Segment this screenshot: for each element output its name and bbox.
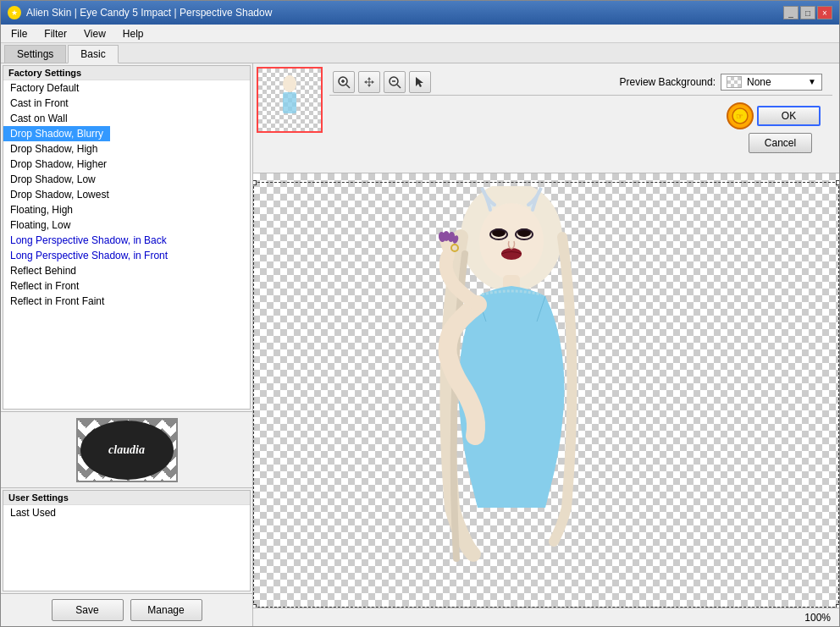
toolbar: Preview Background: None ▼ <box>329 69 832 96</box>
handle-tl <box>253 180 257 185</box>
save-button[interactable]: Save <box>52 599 124 621</box>
menu-view[interactable]: View <box>77 26 113 41</box>
svg-text:☞: ☞ <box>736 112 743 121</box>
preset-item-2[interactable]: Drop Shadow, Blurry <box>3 126 110 141</box>
menu-filter[interactable]: Filter <box>37 26 74 41</box>
preset-item-0[interactable]: Cast in Front <box>3 96 250 111</box>
minimize-button[interactable]: _ <box>783 6 799 19</box>
preset-item-11[interactable]: Reflect Behind <box>3 263 250 278</box>
thumbnail-svg <box>258 69 321 131</box>
preview-thumbnail <box>257 67 323 133</box>
selected-row-wrapper: Drop Shadow, Blurry ☛ <box>3 126 250 141</box>
titlebar-title: Alien Skin | Eye Candy 5 Impact | Perspe… <box>26 7 272 19</box>
left-panel: Factory Settings Factory Default Cast in… <box>1 63 253 626</box>
tab-settings[interactable]: Settings <box>4 45 66 63</box>
ok-arrow-icon: ☞ <box>727 102 754 129</box>
preview-bg-label: Preview Background: <box>620 76 716 88</box>
preset-item-7[interactable]: Floating, High <box>3 202 250 217</box>
right-controls: Preview Background: None ▼ <box>326 67 836 158</box>
preset-item-10[interactable]: Long Perspective Shadow, in Front <box>3 248 250 263</box>
menubar: File Filter View Help <box>1 25 839 43</box>
preset-item-4[interactable]: Drop Shadow, Higher <box>3 157 250 172</box>
ok-button[interactable]: OK <box>757 106 821 126</box>
preset-item-12[interactable]: Reflect in Front <box>3 278 250 294</box>
handle-bl <box>253 604 257 608</box>
preset-thumbnail: claudia <box>76 418 178 482</box>
user-settings-section: User Settings Last Used <box>3 490 251 591</box>
user-settings-header: User Settings <box>3 491 250 505</box>
titlebar: ★ Alien Skin | Eye Candy 5 Impact | Pers… <box>1 1 839 25</box>
preset-item-1[interactable]: Cast on Wall <box>3 111 250 126</box>
bottom-buttons: Save Manage <box>1 593 252 626</box>
right-top: Preview Background: None ▼ <box>253 63 839 173</box>
preset-item-3[interactable]: Drop Shadow, High <box>3 141 250 157</box>
preset-item-8[interactable]: Floating, Low <box>3 217 250 233</box>
tabs-bar: Settings Basic <box>1 43 839 63</box>
menu-help[interactable]: Help <box>116 26 151 41</box>
titlebar-controls: _ □ × <box>783 6 832 19</box>
app-window: ★ Alien Skin | Eye Candy 5 Impact | Pers… <box>0 0 840 627</box>
cancel-button[interactable]: Cancel <box>749 133 812 153</box>
close-button[interactable]: × <box>817 6 832 19</box>
select-button[interactable] <box>409 71 431 93</box>
select-icon <box>413 75 427 89</box>
zoom-level: 100% <box>804 612 831 624</box>
preset-item-13[interactable]: Reflect in Front Faint <box>3 294 250 309</box>
canvas-area[interactable] <box>253 173 839 608</box>
svg-point-22 <box>501 248 522 260</box>
handle-tr <box>836 180 839 185</box>
maximize-button[interactable]: □ <box>800 6 815 19</box>
manage-button[interactable]: Manage <box>130 599 202 621</box>
handle-br <box>836 604 839 608</box>
zoom-in-icon <box>337 75 351 89</box>
menu-file[interactable]: File <box>4 26 34 41</box>
svg-point-6 <box>285 75 295 87</box>
pan-button[interactable] <box>358 71 380 93</box>
zoom-out-icon <box>388 75 401 89</box>
preset-item-5[interactable]: Drop Shadow, Low <box>3 172 250 187</box>
main-area: Factory Settings Factory Default Cast in… <box>1 63 839 626</box>
preset-list[interactable]: Factory Settings Factory Default Cast in… <box>3 65 251 410</box>
thumbnail-area: claudia <box>1 411 252 487</box>
dropdown-arrow-icon: ▼ <box>808 77 816 86</box>
svg-point-17 <box>479 203 544 279</box>
factory-settings-header: Factory Settings <box>3 66 250 80</box>
svg-line-12 <box>397 85 401 88</box>
pan-icon <box>362 75 376 89</box>
preset-factory-default[interactable]: Factory Default <box>3 80 250 96</box>
preset-section: Factory Settings Factory Default Cast in… <box>1 63 252 488</box>
app-icon: ★ <box>8 6 21 19</box>
user-last-used[interactable]: Last Used <box>3 505 250 520</box>
ok-btn-container: ☞ OK <box>333 102 829 129</box>
preset-item-9[interactable]: Long Perspective Shadow, in Back <box>3 233 250 248</box>
preview-bg-row: Preview Background: None ▼ <box>613 72 829 92</box>
statusbar: 100% <box>253 608 839 626</box>
preview-bg-swatch <box>727 76 742 88</box>
zoom-out-button[interactable] <box>384 71 406 93</box>
right-panel: Preview Background: None ▼ <box>253 63 839 626</box>
svg-line-8 <box>346 85 350 88</box>
zoom-in-button[interactable] <box>333 71 355 93</box>
ok-hand-icon: ☞ <box>732 107 749 124</box>
preset-item-6[interactable]: Drop Shadow, Lowest <box>3 187 250 202</box>
ok-cancel-area: ☞ OK Cancel <box>329 99 832 157</box>
preview-bg-value: None <box>747 76 771 88</box>
titlebar-left: ★ Alien Skin | Eye Candy 5 Impact | Pers… <box>8 6 272 19</box>
svg-rect-5 <box>283 92 296 113</box>
tab-basic[interactable]: Basic <box>68 45 118 63</box>
claudia-logo: claudia <box>80 421 174 480</box>
preview-subject-svg <box>329 186 685 608</box>
cancel-row: Cancel <box>333 133 829 153</box>
preview-bg-select[interactable]: None ▼ <box>721 74 822 91</box>
